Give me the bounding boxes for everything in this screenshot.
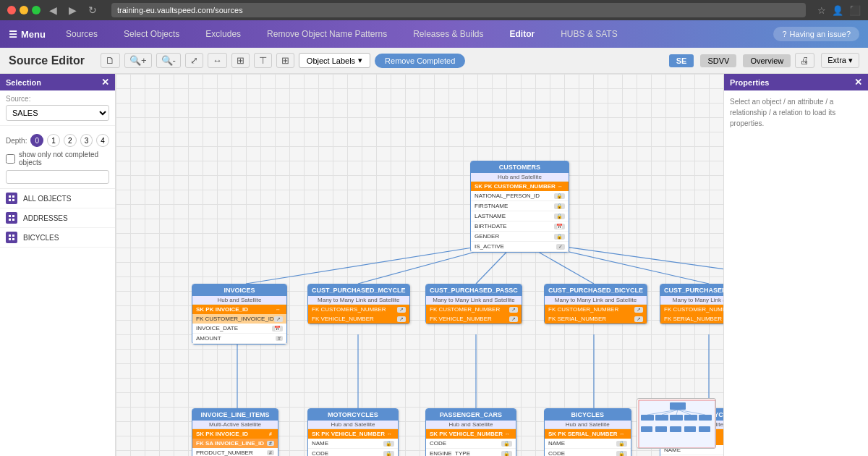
invoices-field-1: INVOICE_DATE📅 (192, 324, 286, 334)
entity-customers[interactable]: CUSTOMERS Hub and Satellite SK PK CUSTOM… (470, 161, 569, 253)
moto-field-2: CODE🔒 (308, 449, 398, 456)
tab-sdvv[interactable]: SDVV (700, 54, 736, 67)
svg-rect-1 (12, 195, 14, 198)
invoices-pk: SK PK INVOICE_ID↔ (192, 305, 286, 314)
bic-field-1: NAME🔒 (545, 439, 631, 449)
bic-pk: SK PK SERIAL_NUMBER↔ (545, 429, 631, 439)
extra-button[interactable]: Extra ▾ (821, 53, 859, 68)
source-select[interactable]: SALES (6, 105, 109, 121)
help-button[interactable]: ? Having an issue? (773, 27, 859, 41)
minimize-btn[interactable] (20, 6, 28, 14)
extension-icon[interactable]: ⬛ (849, 5, 861, 16)
svg-rect-25 (670, 402, 686, 410)
properties-panel-title: Properties (730, 78, 769, 87)
svg-rect-11 (12, 238, 14, 240)
svg-rect-7 (12, 219, 14, 221)
entity-cust-purchased-mcycle[interactable]: CUST_PURCHASED_MCYCLE Many to Many Link … (307, 284, 410, 324)
nav-editor[interactable]: Editor (504, 26, 541, 42)
search-input[interactable] (6, 170, 109, 184)
depth-1-button[interactable]: 1 (47, 134, 60, 147)
nav-remove-patterns[interactable]: Remove Object Name Patterns (261, 26, 393, 42)
menu-label: Menu (21, 29, 46, 40)
addresses-icon (6, 212, 17, 224)
back-button[interactable]: ◀ (46, 3, 60, 17)
nav-sources[interactable]: Sources (60, 26, 103, 42)
zoom-in-button[interactable]: 🔍+ (124, 53, 152, 68)
depth-0-button[interactable]: 0 (30, 134, 43, 147)
nav-select-objects[interactable]: Select Objects (118, 26, 185, 42)
tab-se[interactable]: SE (669, 54, 694, 67)
canvas-area[interactable]: CUSTOMERS Hub and Satellite SK PK CUSTOM… (116, 74, 723, 456)
source-label: Source: (6, 95, 109, 103)
customers-subtype: Hub and Satellite (471, 173, 569, 182)
pc-field-2: ENGINE_TYPE🔒 (426, 449, 516, 456)
new-file-button[interactable]: 🗋 (101, 53, 120, 68)
menu-button[interactable]: ☰ Menu (9, 29, 46, 40)
entity-bicycles[interactable]: BICYCLES Hub and Satellite SK PK SERIAL_… (544, 408, 631, 456)
layout-button[interactable]: ↔ (208, 53, 227, 68)
cpm-fk1: FK CUSTOMERS_NUMBER↗ (308, 305, 409, 314)
cpeb-fk2: FK SERIAL_NUMBER↗ (660, 314, 723, 324)
entity-cust-purchased-ebicycle[interactable]: CUST_PURCHASED_EBICYCLE Many to Many Lin… (660, 284, 723, 324)
pc-header: PASSENGER_CARS (426, 409, 516, 421)
cpb-subtype: Many to Many Link and Satellite (545, 296, 647, 305)
nav-releases[interactable]: Releases & Builds (407, 26, 489, 42)
svg-rect-31 (641, 426, 652, 432)
depth-3-button[interactable]: 3 (80, 134, 93, 147)
object-labels-button[interactable]: Object Labels ▾ (299, 53, 370, 68)
entity-cust-purchased-passc[interactable]: CUST_PURCHASED_PASSC Many to Many Link a… (425, 284, 522, 324)
depth-4-button[interactable]: 4 (96, 134, 109, 147)
cpeb-header: CUST_PURCHASED_EBICYCLE (660, 284, 723, 296)
cpp-fk1: FK CUSTOMER_NUMBER↗ (426, 305, 522, 314)
svg-rect-2 (9, 199, 11, 201)
nav-hubs-sats[interactable]: HUBS & SATS (555, 26, 623, 42)
moto-field-1: NAME🔒 (308, 439, 398, 449)
entity-motorcycles[interactable]: MOTORCYCLES Hub and Satellite SK PK VEHI… (307, 408, 399, 456)
cpm-header: CUST_PURCHASED_MCYCLE (308, 284, 409, 296)
entity-cust-purchased-bicycle[interactable]: CUST_PURCHASED_BICYCLE Many to Many Link… (544, 284, 647, 324)
invoices-field-2: AMOUNT# (192, 334, 286, 344)
svg-rect-6 (9, 219, 11, 221)
main-content: Selection ✕ Source: SALES Depth: 0 1 2 3… (0, 74, 868, 456)
zoom-out-button[interactable]: 🔍- (156, 53, 181, 68)
maximize-btn[interactable] (32, 6, 41, 14)
object-item-bicycles[interactable]: BICYCLES (0, 228, 115, 248)
object-item-addresses[interactable]: ADDRESSES (0, 208, 115, 228)
bicycles-label: BICYCLES (23, 234, 59, 242)
entity-invoices[interactable]: INVOICES Hub and Satellite SK PK INVOICE… (192, 284, 287, 345)
remove-completed-button[interactable]: Remove Completed (375, 54, 465, 68)
selection-panel-title: Selection (6, 78, 41, 87)
properties-panel-header: Properties ✕ (724, 74, 868, 90)
entity-invoice-line-items[interactable]: INVOICE_LINE_ITEMS Multi-Active Satellit… (192, 408, 278, 456)
depth-2-button[interactable]: 2 (64, 134, 77, 147)
entity-passenger-cars[interactable]: PASSENGER_CARS Hub and Satellite SK PK V… (425, 408, 516, 456)
ili-subtype: Multi-Active Satellite (192, 421, 278, 429)
arrange-button[interactable]: ⊞ (231, 53, 250, 68)
fit-button[interactable]: ⤢ (185, 53, 203, 68)
selection-panel: Selection ✕ Source: SALES Depth: 0 1 2 3… (0, 74, 116, 456)
tab-overview[interactable]: Overview (743, 54, 791, 67)
user-icon[interactable]: 👤 (832, 5, 843, 16)
pc-field-1: CODE🔒 (426, 439, 516, 449)
svg-rect-5 (12, 215, 14, 217)
table-layout-button[interactable]: ⊞ (276, 53, 294, 68)
print-button[interactable]: 🖨 (795, 53, 814, 68)
forward-button[interactable]: ▶ (66, 3, 80, 17)
properties-panel-close[interactable]: ✕ (854, 77, 862, 88)
customers-field-2: FIRSTNAME🔒 (471, 201, 569, 211)
svg-rect-33 (670, 426, 681, 432)
minimap[interactable] (637, 398, 716, 449)
properties-panel: Properties ✕ Select an object / an attri… (723, 74, 868, 456)
object-labels-label: Object Labels (307, 56, 355, 65)
bic-subtype: Hub and Satellite (545, 421, 631, 429)
svg-rect-0 (9, 195, 11, 198)
object-item-all[interactable]: ALL OBJECTS (0, 189, 115, 208)
selection-panel-close[interactable]: ✕ (101, 77, 109, 88)
not-completed-checkbox[interactable] (6, 154, 15, 164)
nav-excludes[interactable]: Excludes (200, 26, 247, 42)
refresh-button[interactable]: ↻ (85, 3, 100, 17)
close-btn[interactable] (7, 6, 16, 14)
hierarchy-button[interactable]: ⊤ (254, 53, 272, 68)
address-bar[interactable]: training-eu.vaultspeed.com/sources (111, 3, 806, 17)
star-icon[interactable]: ☆ (817, 5, 826, 16)
